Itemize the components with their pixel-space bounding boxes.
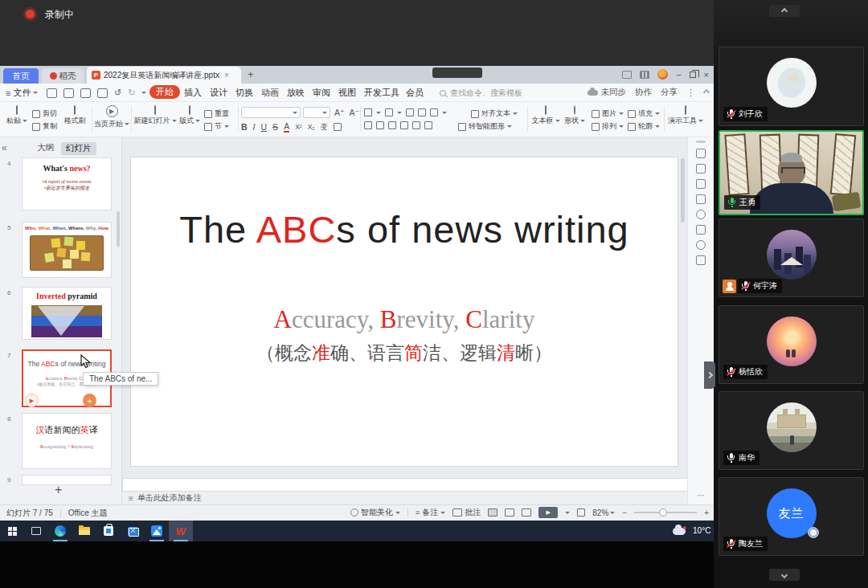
normal-view-icon[interactable] (488, 508, 497, 517)
outline-button[interactable]: 轮廓 (628, 121, 660, 132)
notes-input[interactable] (122, 478, 687, 492)
mail-button[interactable] (121, 521, 145, 541)
tab-slides[interactable]: 幻灯片 (61, 142, 96, 155)
collapse-panel-icon[interactable]: « (2, 142, 7, 153)
slideshow-play-button[interactable]: ▶ (538, 507, 558, 518)
account-avatar[interactable] (657, 69, 668, 80)
tab-document[interactable]: P 2022复旦英语新闻编译讲座.pptx × (87, 67, 241, 84)
menu-tab-review[interactable]: 审阅 (313, 87, 330, 99)
font-name-select[interactable] (241, 107, 301, 118)
beautify-button[interactable]: 智能美化 (350, 507, 400, 518)
layout-button[interactable]: 版式 (178, 106, 201, 126)
store-button[interactable] (96, 521, 121, 541)
highlight-color-icon[interactable] (334, 123, 342, 131)
subscript-button[interactable]: X₂ (308, 123, 315, 131)
slide-thumbnail-8[interactable]: 汉语新闻的英译 Reorganizing + Rephrasing (22, 413, 112, 469)
new-tab-button[interactable]: + (248, 68, 254, 80)
add-slide-button[interactable]: + (83, 394, 96, 407)
sync-status[interactable]: 未同步 (588, 87, 627, 98)
zoom-out-button[interactable]: − (622, 508, 627, 517)
justify-icon[interactable] (400, 121, 408, 129)
minimize-button[interactable]: − (676, 70, 681, 80)
panel-expand-handle[interactable] (704, 361, 715, 389)
slide-thumbnail-5[interactable]: Who, What, When, Where, Why, How (22, 222, 112, 278)
layout-view-icon[interactable] (622, 71, 632, 79)
reset-button[interactable]: 重置 (204, 108, 229, 119)
participant-tile[interactable]: 杨恬欣 (719, 305, 864, 384)
quickbar-more-icon[interactable] (141, 92, 146, 94)
section-button[interactable]: 节 (204, 121, 229, 132)
tab-outline[interactable]: 大纲 (37, 142, 54, 153)
save-icon[interactable] (47, 88, 57, 98)
italic-button[interactable]: I (253, 122, 256, 132)
participant-tile[interactable]: 何宇涛 (719, 218, 864, 297)
meeting-app-button[interactable] (145, 521, 169, 541)
play-from-current-button[interactable]: ▶当页开始 (95, 105, 129, 129)
slide-thumbnail-4[interactable]: What's news? •A report of recent events … (22, 157, 112, 210)
undo-icon[interactable]: ↺ (114, 88, 121, 98)
strip-scroll-thumb[interactable] (696, 141, 706, 143)
align-text-button[interactable]: 对齐文本 (471, 108, 518, 119)
slide-thumbnail-6[interactable]: Inverted pyramid (22, 287, 112, 340)
zoom-slider[interactable] (634, 512, 697, 513)
strip-more-icon[interactable]: ⋯ (688, 491, 714, 500)
menu-tab-devtools[interactable]: 开发工具 (364, 87, 399, 99)
wps-app-button[interactable]: W (169, 521, 193, 541)
to-smartart-button[interactable]: 转智能图形 (458, 121, 512, 132)
arrange-button[interactable]: 排列 (592, 121, 624, 132)
cut-button[interactable]: 剪切 (32, 108, 57, 119)
new-slide-button[interactable]: 新建幻灯片 (134, 106, 176, 126)
zoom-slider-knob[interactable] (659, 508, 667, 517)
format-painter-button[interactable]: 格式刷 (61, 106, 88, 126)
decrease-indent-icon[interactable] (406, 108, 414, 116)
superscript-button[interactable]: X² (295, 123, 302, 131)
slides-pane-icon[interactable] (696, 194, 706, 204)
textbox-button[interactable]: 文本框 (531, 106, 560, 126)
comments-toggle[interactable]: 批注 (452, 507, 481, 518)
collapse-ribbon-icon[interactable] (703, 89, 710, 96)
participant-tile-speaking[interactable]: 王勇 (719, 130, 864, 215)
file-menu[interactable]: ≡ 文件 (6, 87, 38, 99)
picture-button[interactable]: 图片 (592, 108, 624, 119)
menu-tab-insert[interactable]: 插入 (184, 87, 202, 99)
participant-tile[interactable]: 友兰 陶友兰 (719, 477, 864, 556)
close-button[interactable]: × (704, 70, 709, 80)
fit-slide-icon[interactable] (577, 508, 585, 517)
menu-tab-slideshow[interactable]: 放映 (287, 87, 305, 99)
align-left-icon[interactable] (364, 121, 372, 129)
play-from-slide-button[interactable]: ▶ (25, 394, 39, 407)
underline-button[interactable]: U (261, 122, 268, 132)
menu-tab-transition[interactable]: 切换 (235, 87, 253, 99)
task-view-button[interactable] (24, 521, 48, 541)
export-icon[interactable] (63, 88, 74, 98)
headset-icon[interactable] (696, 225, 706, 235)
zoom-level[interactable]: 82% (592, 508, 615, 517)
numbering-icon[interactable] (385, 108, 393, 116)
scroll-up-button[interactable] (769, 5, 800, 17)
meeting-float-bar[interactable] (432, 67, 482, 78)
redo-icon[interactable]: ↻ (128, 88, 135, 98)
copy-button[interactable]: 复制 (32, 121, 57, 132)
reading-view-icon[interactable] (522, 508, 531, 517)
more-menu-icon[interactable]: ⋮ (686, 88, 695, 98)
command-search[interactable]: 查找命令、搜索模板 (440, 88, 522, 99)
distribute-icon[interactable] (412, 121, 420, 129)
tab-home[interactable]: 首页 (3, 68, 39, 84)
sorter-view-icon[interactable] (505, 508, 514, 517)
restore-button[interactable] (690, 71, 696, 78)
paste-button[interactable]: 粘贴 (5, 106, 29, 126)
strikethrough-button[interactable]: S (272, 122, 278, 132)
scroll-down-button[interactable] (769, 569, 800, 581)
present-tools-button[interactable]: 演示工具 (667, 106, 704, 126)
text-effect-button[interactable]: 变 (321, 122, 328, 133)
slide-canvas[interactable]: The ABCs of news writing Accuracy, Brevi… (130, 157, 678, 467)
help-icon[interactable] (696, 210, 706, 219)
align-right-icon[interactable] (388, 121, 396, 129)
font-size-select[interactable] (303, 107, 330, 118)
properties-icon[interactable] (696, 164, 706, 174)
locate-icon[interactable] (696, 240, 706, 250)
tab-docer[interactable]: 稻壳 (42, 68, 84, 84)
increase-indent-icon[interactable] (418, 108, 426, 116)
bold-button[interactable]: B (241, 122, 248, 132)
line-spacing-icon[interactable] (424, 121, 432, 129)
